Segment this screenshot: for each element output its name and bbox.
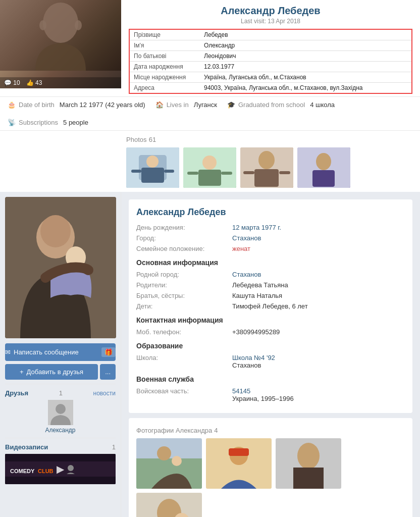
video-title[interactable]: Видеозаписи: [5, 443, 48, 451]
info-table-value: Леонідович: [200, 51, 412, 62]
video-thumbnail[interactable]: COMEDY CLUB ▶: [5, 454, 116, 484]
add-friend-row: + Добавить в друзья ...: [5, 364, 116, 380]
friend-avatar: [48, 400, 73, 425]
detail-school-city: Стаханов: [232, 361, 275, 369]
photo-stats-overlay: 💬 10 👍 43: [0, 77, 121, 88]
svg-rect-13: [221, 172, 232, 175]
friend-item[interactable]: Александр: [5, 400, 116, 434]
svg-rect-12: [187, 172, 198, 175]
detail-parents-label: Родители:: [136, 281, 227, 289]
photo-thumb-4[interactable]: [297, 147, 350, 188]
detail-phone-value: +380994995289: [232, 328, 280, 336]
detail-city-value[interactable]: Стаханов: [232, 234, 261, 242]
graduation-icon: 🎓: [227, 101, 235, 109]
detail-phone-row: Моб. телефон: +380994995289: [136, 328, 405, 336]
detail-children-label: Дети:: [136, 302, 227, 310]
photos-bottom-section: Фотографии Александра 4: [129, 418, 412, 517]
subscriptions-label: Subscriptions: [19, 119, 58, 126]
svg-point-27: [56, 404, 66, 414]
avatar-image: [0, 0, 121, 71]
friend-name: Александр: [45, 427, 75, 434]
detail-hometown-value[interactable]: Стаханов: [232, 271, 261, 278]
separator-2: [5, 438, 116, 438]
comment-count: 💬 10: [4, 79, 20, 86]
subscriptions-icon: 📡: [8, 119, 16, 126]
lives-in-value: Луганск: [194, 101, 217, 109]
photos-bottom-title: Фотографии Александра 4: [136, 426, 405, 434]
detail-unit-row: Войсковая часть: 54145 Украина, 1995–199…: [136, 387, 405, 402]
separator-1: [5, 384, 116, 384]
detail-siblings-value: Кашута Наталья: [232, 292, 282, 299]
detail-unit-value[interactable]: 54145: [232, 387, 294, 395]
svg-point-1: [39, 20, 46, 30]
svg-point-5: [146, 156, 159, 168]
message-button[interactable]: ✉ Написать сообщение 🎁: [5, 343, 116, 361]
svg-point-36: [172, 456, 182, 466]
add-icon: +: [20, 368, 24, 376]
bottom-photo-3[interactable]: [276, 438, 341, 489]
detail-unit-place: Украина, 1995–1996: [232, 395, 294, 402]
detail-school-row: Школа: Школа №4 '92 Стаханов: [136, 354, 405, 369]
more-options-button[interactable]: ...: [100, 364, 116, 380]
info-table-label: По батькові: [129, 51, 200, 62]
detail-family-row: Семейное положение: женат: [136, 245, 405, 252]
bottom-photo-2[interactable]: [206, 438, 272, 489]
dob-label: Date of birth: [19, 101, 55, 109]
info-table-label: Ім'я: [129, 40, 200, 51]
military-title: Военная служба: [136, 375, 405, 383]
photos-row: [126, 147, 412, 188]
detail-phone-label: Моб. телефон:: [136, 328, 227, 336]
info-table-value: 12.03.1977: [200, 62, 412, 72]
detail-children-row: Дети: Тимофей Лебедев, 6 лет: [136, 302, 405, 310]
bottom-photo-1[interactable]: [136, 438, 202, 489]
profile-top-area: 💬 10 👍 43 Александр Лебедев Last visit: …: [0, 0, 420, 96]
info-bar: 🎂 Date of birth March 12 1977 (42 years …: [0, 96, 420, 130]
svg-point-0: [43, 3, 78, 43]
svg-point-35: [157, 446, 171, 460]
svg-rect-11: [198, 170, 221, 186]
graduated-label: Graduated from school: [238, 101, 305, 109]
photo-thumb-3[interactable]: [240, 147, 293, 188]
lives-in-item: 🏠 Lives in Луганск: [155, 101, 217, 109]
cake-icon: 🎂: [8, 101, 16, 109]
info-table-value: Олександр: [200, 40, 412, 51]
mid-section: ✉ Написать сообщение 🎁 + Добавить в друз…: [0, 192, 420, 517]
add-friend-button[interactable]: + Добавить в друзья: [5, 364, 98, 380]
friends-count: 1: [59, 389, 63, 397]
detail-family-label: Семейное положение:: [136, 245, 227, 252]
photos-title: Photos 61: [126, 135, 412, 143]
detail-birthday-value: 12 марта 1977 г.: [232, 224, 281, 231]
svg-rect-42: [293, 468, 324, 489]
detail-school-value-wrap: Школа №4 '92 Стаханов: [232, 354, 275, 369]
photos-top-section: Photos 61: [0, 130, 420, 192]
detail-siblings-label: Братья, сёстры:: [136, 292, 227, 299]
svg-text:CLUB: CLUB: [38, 468, 54, 474]
detail-parents-value: Лебедева Татьяна: [232, 281, 288, 289]
svg-rect-39: [229, 448, 249, 456]
photo-thumb-1[interactable]: [126, 147, 179, 188]
detail-unit-value-wrap: 54145 Украина, 1995–1996: [232, 387, 294, 402]
detail-school-value[interactable]: Школа №4 '92: [232, 354, 275, 361]
detail-profile-name: Александр Лебедев: [136, 207, 405, 218]
detail-hometown-label: Родной город:: [136, 271, 227, 278]
graduated-item: 🎓 Graduated from school 4 школа: [227, 101, 335, 109]
friends-section-header: Друзья 1 новости: [5, 389, 116, 397]
education-title: Образование: [136, 342, 405, 350]
like-count: 👍 43: [26, 79, 42, 86]
info-table-value: Лебедев: [200, 29, 412, 40]
gift-icon: 🎁: [101, 347, 116, 357]
svg-rect-21: [312, 170, 335, 187]
friends-title[interactable]: Друзья: [5, 389, 28, 397]
message-icon: ✉: [5, 348, 11, 356]
info-table-label: Дата народження: [129, 62, 200, 72]
bottom-photo-4[interactable]: [136, 493, 202, 517]
profile-detail-card: Александр Лебедев День рождения: 12 март…: [129, 199, 412, 413]
svg-point-24: [40, 215, 71, 247]
detail-parents-row: Родители: Лебедева Татьяна: [136, 281, 405, 289]
friends-novosti[interactable]: новости: [93, 390, 116, 397]
svg-point-20: [316, 153, 331, 170]
photo-thumb-2[interactable]: [183, 147, 236, 188]
detail-children-value: Тимофей Лебедев, 6 лет: [232, 302, 308, 310]
sidebar-profile-photo: [5, 197, 116, 338]
svg-rect-17: [243, 171, 254, 174]
